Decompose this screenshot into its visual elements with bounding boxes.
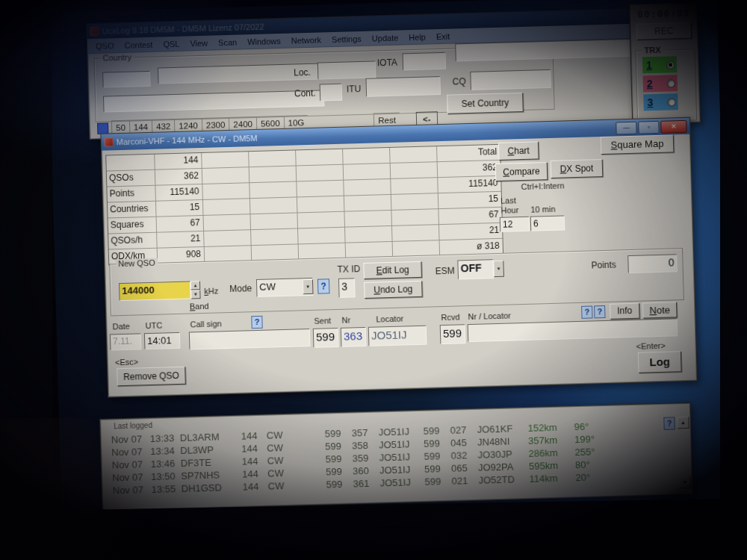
rcvd-nr-locator-input[interactable] [468,318,678,342]
txid-field[interactable]: 3 [338,278,356,298]
points-value: 0 [627,254,678,273]
log-callsign: DH1GSD [181,482,242,496]
rate-10min-label: 10 min [530,205,555,215]
trx1-radio[interactable] [666,60,675,69]
menu-qso[interactable]: QSO [90,41,120,51]
log-sent-rst: 599 [325,453,352,467]
menu-contest[interactable]: Contest [119,40,158,49]
stats-cell [202,152,249,168]
menu-windows[interactable]: Windows [242,36,286,46]
menu-exit[interactable]: Exit [431,31,456,41]
country-info-field[interactable] [103,90,324,112]
square-map-button[interactable]: Square Map [601,134,675,155]
esm-select[interactable]: OFF [457,259,494,279]
undo-log-button[interactable]: Undo Log [364,281,423,299]
log-band: 144 [241,443,267,456]
callsign-input[interactable] [189,329,311,350]
log-sent-locator: JO51IJ [379,438,424,452]
monitor-screen: UcxLog 9.18 DM5M - DM5M Lizenz 07/2022 Q… [48,0,732,560]
help-button-2[interactable]: ? [581,305,592,318]
trx-channel-1[interactable]: 1 [642,56,678,73]
trx3-number: 3 [647,97,653,108]
help-button-3[interactable]: ? [594,305,605,318]
log-date: Nov 07 [113,484,152,497]
menu-network[interactable]: Network [286,35,327,46]
log-rcvd-rst: 599 [423,425,450,438]
trx2-radio[interactable] [667,79,675,87]
rcvd-rst-field[interactable]: 599 [440,324,466,344]
frequency-spinner-up[interactable]: ▲ [190,281,200,290]
compare-button[interactable]: Compare [495,162,548,181]
set-country-button[interactable]: Set Country [447,93,524,114]
iota-field[interactable] [403,52,447,71]
loc-field[interactable] [317,60,376,79]
stats-row-value: 15 [156,200,203,217]
frequency-spinner-down[interactable]: ▼ [190,290,200,299]
country-prefix-field[interactable] [102,71,151,88]
menu-help[interactable]: Help [403,32,431,42]
scroll-down-icon[interactable]: ▼ [679,476,691,488]
close-icon[interactable]: ✕ [660,119,686,133]
log-date: Nov 07 [111,446,150,459]
utc-field[interactable]: 14:01 [144,332,181,349]
contest-window-title: Marconi-VHF - 144 MHz - CW - DM5M [117,134,258,146]
esm-dropdown-icon[interactable]: ▼ [493,261,504,277]
menu-qsl[interactable]: QSL [158,39,185,49]
log-help-button[interactable]: ? [663,417,675,429]
trx-channel-3[interactable]: 3 [643,93,678,111]
sent-rst-field[interactable]: 599 [313,328,339,348]
log-sent-locator: JO51IJ [379,451,424,465]
locator-field[interactable]: JO51IJ [368,326,427,346]
txid-label: TX ID [337,264,360,275]
remove-qso-button[interactable]: Remove QSO [117,367,186,387]
log-distance: 286km [528,447,574,461]
mode-help-button[interactable]: ? [317,279,330,293]
stats-cell [344,211,391,227]
itu-field[interactable] [365,76,441,97]
trx2-number: 2 [647,78,653,89]
trx-channel-2[interactable]: 2 [642,75,678,92]
menu-settings[interactable]: Settings [326,34,367,43]
minimize-icon[interactable]: — [616,121,636,134]
callsign-help-button[interactable]: ? [251,316,262,329]
menu-scan[interactable]: Scan [213,37,242,47]
date-field[interactable]: 7.11. [110,333,142,350]
rec-timer: 00:00:00 [637,7,690,20]
trx-panel: 00:00:00 REC TRX 1 2 3 [629,1,701,125]
menu-update[interactable]: Update [367,33,404,43]
log-azimuth: 199° [574,433,604,447]
dx-spot-button[interactable]: DX Spot [551,159,604,178]
callsign-label: Call sign [190,319,222,329]
log-rcvd-rst: 599 [424,450,450,464]
stats-row-total: 115140 [438,176,501,193]
edit-log-button[interactable]: Edit Log [363,261,422,279]
maximize-icon[interactable]: ▫ [638,120,659,134]
log-sent-rst: 599 [325,441,352,454]
trx3-radio[interactable] [667,98,675,106]
info-button[interactable]: Info [610,303,640,320]
sent-nr-field[interactable]: 363 [341,327,367,347]
stats-row-total: 67 [438,208,502,224]
frequency-input[interactable]: 144000 [119,281,191,301]
stats-table: 144 Total QSOs 362 362 Points 115140 115… [105,144,503,266]
rec-button[interactable]: REC [636,22,692,40]
note-button[interactable]: Note [642,302,678,318]
dx-spot-hint: Ctrl+I:Intern [521,181,564,192]
stats-cell [344,195,391,211]
chart-button[interactable]: Chart [498,141,539,160]
log-sent-rst: 599 [326,465,353,479]
cq-field[interactable] [470,69,551,90]
log-sent-nr: 360 [353,464,379,478]
log-button[interactable]: Log [638,351,682,373]
log-time: 13:50 [151,470,181,484]
log-azimuth: 20° [575,471,605,485]
log-distance: 114km [529,472,575,486]
log-mode: CW [267,441,325,455]
log-sent-rst: 599 [325,428,352,441]
mode-dropdown-icon[interactable]: ▼ [303,279,314,294]
menu-view[interactable]: View [185,38,213,48]
trx-groupbox: TRX 1 2 3 [636,49,698,122]
stats-row-value: 21 [157,231,204,248]
scroll-up-icon[interactable]: ▲ [677,417,689,429]
cont-field[interactable] [320,84,343,102]
